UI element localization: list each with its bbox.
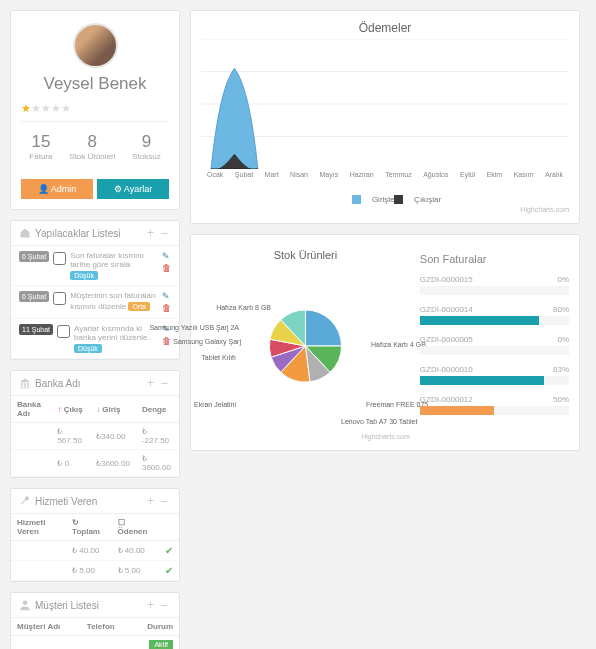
status-badge: Aktif	[149, 640, 173, 649]
chart-legend: Girişler Çıkışlar	[201, 195, 569, 204]
edit-icon[interactable]: ✎	[162, 251, 171, 261]
home-icon	[19, 227, 31, 239]
stock-invoice-card: Stok Ürünleri Hafıza Kartı 4 GBFreeman F…	[190, 234, 580, 451]
check-icon: ✔	[165, 565, 173, 576]
pie-label: Hafıza Kartı 4 GB	[371, 341, 426, 348]
collapse-icon[interactable]: –	[161, 496, 171, 506]
pie-label: Lenovo Tab A7 30 Tablet	[341, 418, 417, 425]
avatar	[73, 23, 118, 68]
bank-icon	[19, 377, 31, 389]
invoices-title: Son Faturalar	[420, 253, 569, 265]
pie-title: Stok Ürünleri	[201, 249, 410, 261]
collapse-icon[interactable]: –	[161, 228, 171, 238]
table-row: Aktif	[11, 636, 179, 650]
todo-date: 6 Şubat	[19, 291, 49, 302]
collapse-icon[interactable]: –	[161, 600, 171, 610]
admin-button[interactable]: 👤 Admin	[21, 179, 93, 199]
pie-label: Tablet Kılıfı	[201, 354, 236, 361]
edit-icon[interactable]: ✎	[162, 291, 171, 301]
pie-label: Samsung Yazılı USB Şarj 2A	[149, 324, 239, 331]
delete-icon[interactable]: 🗑	[162, 263, 171, 273]
settings-button[interactable]: ⚙ Ayarlar	[97, 179, 169, 199]
rating-stars: ★★★★★	[21, 96, 169, 121]
panel-title: Müşteri Listesi	[35, 600, 99, 611]
invoice-code[interactable]: GZDI-0000010	[420, 365, 473, 374]
invoice-item: GZDI-000001480%	[420, 305, 569, 325]
table-row: ₺ 0₺3600.00₺ 3600.00	[11, 450, 179, 477]
todo-text: Müşterinin son faturaları kısmını düzenl…	[70, 291, 158, 311]
pie-label: Hafıza Kartı 8 GB	[216, 304, 271, 311]
panel-title: Hizmeti Veren	[35, 496, 97, 507]
table-row: ₺ 567.50₺340.00₺ -227.50	[11, 423, 179, 450]
check-icon: ✔	[165, 545, 173, 556]
table-row: ₺ 40.00₺ 40.00✔	[11, 541, 179, 561]
todo-checkbox[interactable]	[57, 325, 70, 338]
panel-title: Banka Adı	[35, 378, 81, 389]
todo-item: 6 Şubat Müşterinin son faturaları kısmın…	[11, 286, 179, 319]
invoice-item: GZDI-000001083%	[420, 365, 569, 385]
profile-name: Veysel Benek	[21, 74, 169, 94]
delete-icon[interactable]: 🗑	[162, 303, 171, 313]
todo-date: 11 Şubat	[19, 324, 53, 335]
todo-checkbox[interactable]	[53, 292, 66, 305]
todo-text: Ayarlar kısmında ki banka yerini düzenle…	[74, 324, 158, 353]
invoice-item: GZDI-00000050%	[420, 335, 569, 355]
services-panel: Hizmeti Veren +– Hizmeti Veren ↻ Toplam …	[10, 488, 180, 582]
profile-card: Veysel Benek ★★★★★ 15Fatura8Stok Ürünler…	[10, 10, 180, 210]
payments-chart-card: Ödemeler 2k4k6k8k OcakŞubatMartNisanMayı…	[190, 10, 580, 224]
stat: 8Stok Ürünleri	[69, 132, 115, 161]
services-table: Hizmeti Veren ↻ Toplam ☐ Ödenen ₺ 40.00₺…	[11, 514, 179, 581]
todo-text: Son faturalar kısmını tarihe göre sırala…	[70, 251, 158, 280]
add-icon[interactable]: +	[147, 496, 157, 506]
invoice-code[interactable]: GZDI-0000015	[420, 275, 473, 284]
todo-item: 6 Şubat Son faturalar kısmını tarihe gör…	[11, 246, 179, 286]
todo-checkbox[interactable]	[53, 252, 66, 265]
invoice-code[interactable]: GZDI-0000014	[420, 305, 473, 314]
banks-table: Banka Adı ↑ Çıkış ↓ Giriş Denge ₺ 567.50…	[11, 396, 179, 477]
customers-panel: Müşteri Listesi +– Müşteri Adı Telefon D…	[10, 592, 180, 649]
add-icon[interactable]: +	[147, 600, 157, 610]
add-icon[interactable]: +	[147, 378, 157, 388]
wrench-icon	[19, 495, 31, 507]
stat: 9Stoksuz	[132, 132, 160, 161]
pie-label: Samsung Galaxy Şarj	[173, 338, 241, 345]
delete-icon[interactable]: 🗑	[162, 336, 171, 346]
invoice-code[interactable]: GZDI-0000005	[420, 335, 473, 344]
todos-panel: Yapılacaklar Listesi +– 6 Şubat Son fatu…	[10, 220, 180, 360]
invoice-item: GZDI-00000150%	[420, 275, 569, 295]
table-row: ₺ 5.00₺ 5.00✔	[11, 561, 179, 581]
add-icon[interactable]: +	[147, 228, 157, 238]
todo-date: 6 Şubat	[19, 251, 49, 262]
collapse-icon[interactable]: –	[161, 378, 171, 388]
chart-title: Ödemeler	[201, 21, 569, 35]
pie-label: Ekran Jelatini	[194, 401, 236, 408]
payments-area-chart: 2k4k6k8k	[201, 39, 569, 169]
panel-title: Yapılacaklar Listesi	[35, 228, 120, 239]
banks-panel: Banka Adı +– Banka Adı ↑ Çıkış ↓ Giriş D…	[10, 370, 180, 478]
invoice-item: GZDI-000001250%	[420, 395, 569, 415]
stat: 15Fatura	[29, 132, 52, 161]
user-icon	[19, 599, 31, 611]
customers-table: Müşteri Adı Telefon Durum AktifAktifAkti…	[11, 618, 179, 649]
